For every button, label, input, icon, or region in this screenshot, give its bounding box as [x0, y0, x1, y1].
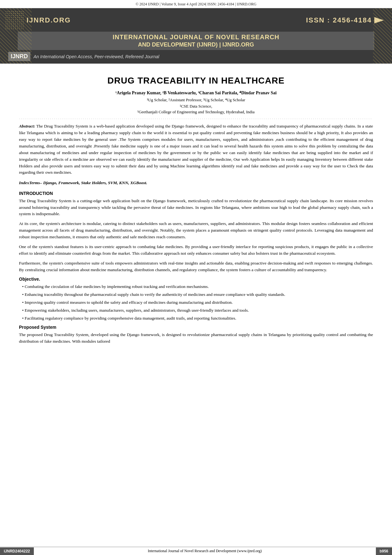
introduction-p1: The Drug Traceability System is a cuttin… [19, 198, 373, 218]
objective-list: • Combating the circulation of fake medi… [19, 284, 373, 322]
article-title: DRUG TRACEABILITY IN HEALTHCARE [19, 76, 373, 86]
header-decor-left [0, 8, 32, 64]
proposed-text: The proposed Drug Traceability System, d… [19, 332, 373, 345]
introduction-heading: INTRODUCTION [19, 191, 373, 196]
affiliation-dept: ¹CSE Data Science, [19, 104, 373, 109]
article-content: DRUG TRACEABILITY IN HEALTHCARE ¹Arigela… [0, 64, 392, 354]
journal-title: INTERNATIONAL JOURNAL OF NOVEL RESEARCH [113, 34, 279, 41]
header-top-row: IJNRD.ORG ISSN : 2456-4184 [5, 11, 387, 30]
footer-id: IJNRD2404222 [0, 547, 34, 555]
index-terms: IndexTerms– Django, Framework, Stake Hol… [19, 180, 373, 186]
affiliation-college: ¹Geethanjali College of Engineering and … [19, 109, 373, 115]
introduction-p3: One of the system's standout features is… [19, 244, 373, 257]
objective-item-3: • Improving quality control measures to … [19, 299, 373, 306]
footer-journal-name: International Journal of Novel Research … [34, 547, 376, 555]
header-middle: INTERNATIONAL JOURNAL OF NOVEL RESEARCH … [18, 32, 374, 50]
introduction-p2: At its core, the system's architecture i… [19, 221, 373, 240]
footer-page: b956 [376, 547, 392, 555]
copyright-bar: © 2024 IJNRD | Volume 9, Issue 4 April 2… [0, 0, 392, 8]
journal-subtitle: AND DEVELOPMENT (IJNRD) | IJNRD.ORG [138, 41, 254, 48]
abstract-label: Abstract: [19, 124, 35, 128]
header-tagline: An International Open Access, Peer-revie… [34, 54, 159, 59]
authors-roles: ¹Ug Scholar, ²Assistant Professor, ³Ug S… [19, 97, 373, 103]
header-issn: ISSN : 2456-4184 [306, 16, 372, 24]
dotted-separator: ········································… [19, 117, 373, 121]
abstract-block: Abstract: The Drug Traceability System i… [19, 123, 373, 176]
objective-item-1: • Combating the circulation of fake medi… [19, 284, 373, 290]
header-decor-right [373, 8, 392, 64]
footer-bar: IJNRD2404222 International Journal of No… [0, 547, 392, 555]
authors-line: ¹Arigela Pranay Kumar, ²B Venkateswarlu,… [19, 90, 373, 96]
proposed-heading: Proposed System [19, 325, 373, 330]
objective-item-5: • Facilitating regulatory compliance by … [19, 315, 373, 322]
objective-item-2: • Enhancing traceability throughout the … [19, 291, 373, 298]
header-logo: IJNRD.ORG [27, 16, 71, 24]
header-banner: IJNRD.ORG ISSN : 2456-4184 INTERNATIONAL… [0, 8, 392, 64]
objective-item-4: • Empowering stakeholders, including use… [19, 307, 373, 314]
header-bottom-row: IJNRD An International Open Access, Peer… [5, 52, 387, 61]
introduction-p4: Furthermore, the system's comprehensive … [19, 260, 373, 273]
objective-heading: Objective. [19, 277, 373, 282]
